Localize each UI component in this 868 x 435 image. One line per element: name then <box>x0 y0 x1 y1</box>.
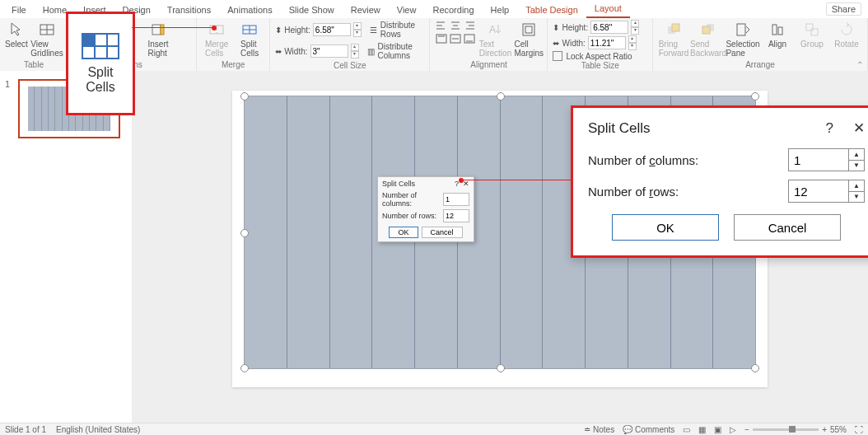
table-width-field[interactable]: ⬌ Width: ▴▾ <box>553 35 636 50</box>
view-gridlines-button[interactable]: View Gridlines <box>31 20 63 58</box>
cell-height-field[interactable]: ⬍ Height: ▴▾ <box>275 22 362 37</box>
split-cells-callout-label: Split Cells <box>86 65 115 95</box>
selection-pane-button[interactable]: Selection Pane <box>727 20 758 58</box>
spin-up-icon[interactable]: ▲ <box>849 180 864 192</box>
cursor-icon <box>8 21 25 38</box>
close-icon[interactable]: ✕ <box>853 119 865 137</box>
svg-rect-10 <box>161 25 164 35</box>
comments-button[interactable]: 💬 Comments <box>623 425 674 434</box>
normal-view-icon[interactable]: ▭ <box>683 425 690 434</box>
spinner[interactable]: ▴▾ <box>628 35 637 50</box>
tab-layout[interactable]: Layout <box>586 0 630 18</box>
notes-button[interactable]: ≐ Notes <box>584 425 614 434</box>
table-width-input[interactable] <box>588 36 626 49</box>
close-icon[interactable]: ✕ <box>463 180 469 188</box>
lang-indicator[interactable]: English (United States) <box>56 425 140 434</box>
svg-text:A: A <box>489 24 496 35</box>
share-button[interactable]: Share <box>826 2 861 16</box>
rows-input[interactable] <box>789 180 848 202</box>
distribute-cols-button[interactable]: ▥ Distribute Columns <box>366 41 425 61</box>
fit-to-window-icon[interactable]: ⛶ <box>855 425 863 434</box>
slide-thumbnail-pane: 1 <box>0 71 146 423</box>
split-cells-icon <box>81 32 120 60</box>
tab-slideshow[interactable]: Slide Show <box>281 2 343 18</box>
svg-rect-40 <box>778 27 782 35</box>
collapse-ribbon-icon[interactable]: ⌃ <box>856 60 863 69</box>
slide-indicator: Slide 1 of 1 <box>5 425 46 434</box>
spinner[interactable]: ▴▾ <box>351 44 359 58</box>
table-height-field[interactable]: ⬍ Height: ▴▾ <box>553 20 639 35</box>
cols-input[interactable] <box>789 149 848 171</box>
cancel-button[interactable]: Cancel <box>734 214 841 241</box>
ok-button[interactable]: OK <box>612 214 719 241</box>
resize-handle[interactable] <box>751 92 759 101</box>
tab-transitions[interactable]: Transitions <box>159 2 219 18</box>
height-icon: ⬍ <box>275 26 282 35</box>
bring-forward-icon <box>665 21 682 38</box>
zoom-out-icon[interactable]: − <box>744 425 749 434</box>
distribute-rows-button[interactable]: ☰ Distribute Rows <box>368 20 425 40</box>
status-bar: Slide 1 of 1 English (United States) ≐ N… <box>0 423 868 435</box>
tab-tabledesign[interactable]: Table Design <box>517 2 586 18</box>
cell-width-field[interactable]: ⬌ Width: ▴▾ <box>275 44 358 58</box>
tab-help[interactable]: Help <box>483 2 518 18</box>
select-button[interactable]: Select <box>5 20 28 49</box>
align-middle-icon[interactable] <box>449 33 462 44</box>
tab-animations[interactable]: Animations <box>219 2 280 18</box>
ok-button-small[interactable]: OK <box>389 227 418 238</box>
align-top-icon[interactable] <box>435 33 448 44</box>
zoom-level[interactable]: 55% <box>830 425 847 434</box>
rows-input-small[interactable] <box>443 209 469 222</box>
split-cells-dialog-callout: Split Cells ? ✕ Number of columns: ▲▼ Nu… <box>571 105 868 258</box>
tab-file[interactable]: File <box>3 2 35 18</box>
cancel-button-small[interactable]: Cancel <box>422 227 463 238</box>
zoom-slider[interactable]: − + 55% <box>744 425 847 434</box>
resize-handle[interactable] <box>240 229 249 237</box>
reading-view-icon[interactable]: ▣ <box>714 425 721 434</box>
spin-down-icon[interactable]: ▼ <box>849 192 864 203</box>
dialog-title: Split Cells <box>588 120 651 137</box>
group-label-merge: Merge <box>202 60 264 71</box>
text-direction-icon: A <box>487 21 503 38</box>
resize-handle[interactable] <box>497 364 505 372</box>
tab-recording[interactable]: Recording <box>424 2 482 18</box>
selection-pane-icon <box>735 21 751 38</box>
tab-view[interactable]: View <box>389 2 425 18</box>
spinner[interactable]: ▴▾ <box>353 22 362 37</box>
spin-up-icon[interactable]: ▲ <box>849 149 864 161</box>
tab-review[interactable]: Review <box>343 2 389 18</box>
spin-down-icon[interactable]: ▼ <box>849 161 864 171</box>
resize-handle[interactable] <box>497 92 505 101</box>
align-bottom-icon[interactable] <box>463 33 476 44</box>
resize-handle[interactable] <box>751 364 759 372</box>
align-left-icon[interactable] <box>435 20 448 31</box>
table-height-input[interactable] <box>590 21 628 34</box>
split-cells-button[interactable]: Split Cells <box>235 20 264 58</box>
group-label-alignment: Alignment <box>435 60 542 71</box>
align-right-icon[interactable] <box>463 20 476 31</box>
distribute-cols-icon: ▥ <box>367 47 375 56</box>
cols-input-small[interactable] <box>443 193 469 206</box>
cell-width-input[interactable] <box>310 44 348 58</box>
cell-margins-button[interactable]: Cell Margins <box>514 20 544 58</box>
spinner[interactable]: ▴▾ <box>631 20 639 35</box>
resize-handle[interactable] <box>240 92 249 101</box>
dialog-title: Split Cells <box>382 180 415 188</box>
resize-handle[interactable] <box>240 364 249 372</box>
align-center-icon[interactable] <box>449 20 462 31</box>
height-icon: ⬍ <box>553 23 559 32</box>
lock-aspect-checkbox[interactable]: Lock Aspect Ratio <box>553 51 632 61</box>
bring-forward-button: Bring Forward <box>658 20 689 58</box>
help-icon[interactable]: ? <box>826 120 833 137</box>
sorter-view-icon[interactable]: ▦ <box>698 425 706 434</box>
callout-connector <box>461 180 571 180</box>
cols-label: Number of columns: <box>382 191 443 208</box>
insert-right-button[interactable]: Insert Right <box>142 20 174 58</box>
cell-height-input[interactable] <box>313 23 351 36</box>
slideshow-view-icon[interactable]: ▷ <box>730 425 736 434</box>
align-objects-button[interactable]: Align <box>762 20 793 49</box>
zoom-in-icon[interactable]: + <box>822 425 827 434</box>
cols-label: Number of columns: <box>588 153 698 167</box>
group-icon <box>804 21 820 38</box>
svg-rect-9 <box>152 25 161 35</box>
